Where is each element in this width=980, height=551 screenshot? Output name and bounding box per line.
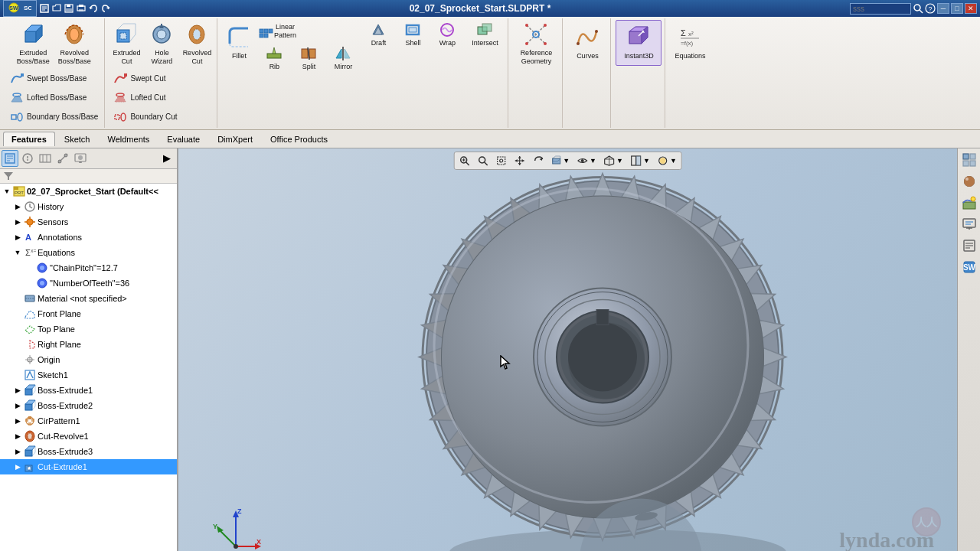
hole-wizard-button[interactable]: HoleWizard <box>145 20 178 68</box>
dim-xpert-manager-tab[interactable] <box>54 150 71 167</box>
svg-text:?: ? <box>928 5 932 13</box>
tree-root-item[interactable]: ▼ PRT 02_07_Sprocket_Start (Default<< <box>0 184 177 199</box>
boss-extrude3-expander[interactable]: ▶ <box>12 446 23 457</box>
configuration-manager-tab[interactable] <box>37 150 54 167</box>
chainpitch-expander <box>24 262 35 273</box>
custom-properties-button[interactable] <box>959 236 979 256</box>
split-button[interactable]: Split <box>292 44 325 73</box>
root-expander[interactable]: ▼ <box>2 186 12 197</box>
tree-annotations[interactable]: ▶ A Annotations <box>0 230 177 245</box>
sensors-expander[interactable]: ▶ <box>12 217 23 227</box>
revolved-cut-button[interactable]: RevolvedCut <box>180 20 214 68</box>
boss-extrude2-expander[interactable]: ▶ <box>12 400 23 411</box>
tab-features[interactable]: Features <box>3 132 55 146</box>
lofted-boss-button[interactable]: Lofted Boss/Base <box>6 89 101 107</box>
appearances-button[interactable] <box>959 171 979 191</box>
mirror-button[interactable]: Mirror <box>326 44 360 73</box>
shell-button[interactable]: Shell <box>396 20 430 50</box>
feature-manager-tab[interactable] <box>2 150 18 167</box>
save-icon[interactable] <box>64 4 74 13</box>
tree-numberofteeth[interactable]: "NumberOfTeeth"=36 <box>0 276 177 291</box>
equations-group: Σ x² =f(x) Equations <box>667 18 713 128</box>
tab-sketch[interactable]: Sketch <box>56 132 99 146</box>
tree-sensors[interactable]: ▶ Sensors <box>0 214 177 230</box>
sensors-label: Sensors <box>38 217 68 227</box>
fillet-button[interactable]: Fillet <box>222 20 256 66</box>
viewport[interactable]: ▼ ▼ ▼ ▼ ▼ <box>178 148 957 551</box>
tree-top-plane[interactable]: Top Plane <box>0 321 177 337</box>
solidworks-resources-button[interactable]: SW <box>959 257 979 277</box>
cirpattern1-expander[interactable]: ▶ <box>12 416 23 426</box>
open-icon[interactable] <box>52 4 61 13</box>
draft-button[interactable]: Draft <box>361 20 395 50</box>
annotations-expander[interactable]: ▶ <box>12 232 23 243</box>
split-icon <box>301 46 316 61</box>
reference-geometry-button[interactable]: ReferenceGeometry <box>513 20 559 68</box>
tree-chainpitch[interactable]: "ChainPitch"=12.7 <box>0 260 177 276</box>
swept-cut-button[interactable]: Swept Cut <box>109 70 214 88</box>
tree-cut-extrude1[interactable]: ▶ Cut-Extrude1 <box>0 459 177 474</box>
tree-history[interactable]: ▶ History <box>0 199 177 214</box>
new-icon[interactable] <box>40 4 49 13</box>
lofted-cut-button[interactable]: Lofted Cut <box>109 89 214 107</box>
redo-icon[interactable] <box>101 4 110 13</box>
linear-pattern-button[interactable]: LinearPattern <box>257 20 297 43</box>
intersect-button[interactable]: Intersect <box>465 20 505 50</box>
lofted-cut-icon <box>113 90 128 106</box>
equations-button[interactable]: Σ x² =f(x) Equations <box>670 20 710 66</box>
tab-dimxpert[interactable]: DimXpert <box>209 132 261 146</box>
svg-text:SW: SW <box>9 5 18 11</box>
equations-expander[interactable]: ▼ <box>12 247 23 258</box>
svg-rect-41 <box>115 115 119 119</box>
front-plane-icon <box>23 307 37 321</box>
svg-marker-118 <box>25 311 34 318</box>
revolved-boss-button[interactable]: RevolvedBoss/Base <box>54 20 94 68</box>
swept-boss-button[interactable]: Swept Boss/Base <box>6 70 101 88</box>
tab-office-products[interactable]: Office Products <box>262 132 336 146</box>
instant3d-button[interactable]: Instant3D <box>616 20 662 66</box>
tree-origin[interactable]: Origin <box>0 352 177 367</box>
cut-extrude1-expander[interactable]: ▶ <box>12 461 23 472</box>
tree-right-plane[interactable]: Right Plane <box>0 337 177 352</box>
property-manager-tab[interactable] <box>19 150 36 167</box>
curves-button[interactable]: Curves <box>567 20 607 66</box>
display-manager-button[interactable] <box>959 214 979 234</box>
view-palette-button[interactable] <box>959 150 979 170</box>
tree-front-plane[interactable]: Front Plane <box>0 306 177 321</box>
cut-revolve1-expander[interactable]: ▶ <box>12 431 23 442</box>
tree-arrow-right[interactable]: ▶ <box>158 150 175 167</box>
tree-content[interactable]: ▼ PRT 02_07_Sprocket_Start (Default<< ▶ … <box>0 184 177 551</box>
extruded-boss-button[interactable]: Extruded Boss/Base <box>13 20 53 68</box>
tree-boss-extrude1[interactable]: ▶ Boss-Extrude1 <box>0 383 177 398</box>
minimize-button[interactable]: ─ <box>937 3 949 14</box>
tree-cut-revolve1[interactable]: ▶ Cut-Revolve1 <box>0 429 177 444</box>
print-icon[interactable] <box>77 4 86 13</box>
display-manager-tab[interactable] <box>72 150 89 167</box>
search-icon[interactable] <box>913 3 923 14</box>
scene-button[interactable] <box>959 193 979 213</box>
tree-material[interactable]: Material <not specified> <box>0 291 177 306</box>
boundary-cut-button[interactable]: Boundary Cut <box>109 108 214 126</box>
tree-cirpattern1[interactable]: ▶ CirPattern1 <box>0 413 177 429</box>
tree-equations[interactable]: ▼ Σx= Equations <box>0 245 177 260</box>
tab-weldments[interactable]: Weldments <box>100 132 158 146</box>
search-input[interactable] <box>850 3 911 15</box>
svg-text:Y: Y <box>213 523 217 530</box>
undo-icon[interactable] <box>89 4 98 13</box>
tree-boss-extrude2[interactable]: ▶ Boss-Extrude2 <box>0 398 177 413</box>
close-button[interactable]: ✕ <box>965 3 977 14</box>
equations-tree-label: Equations <box>38 248 75 257</box>
tree-boss-extrude3[interactable]: ▶ Boss-Extrude3 <box>0 444 177 459</box>
svg-point-27 <box>18 113 22 121</box>
history-expander[interactable]: ▶ <box>12 201 23 212</box>
svg-point-216 <box>568 322 637 391</box>
help-icon[interactable]: ? <box>925 3 936 14</box>
tab-evaluate[interactable]: Evaluate <box>158 132 208 146</box>
boundary-boss-button[interactable]: Boundary Boss/Base <box>6 108 101 126</box>
restore-button[interactable]: □ <box>951 3 963 14</box>
rib-button[interactable]: Rib <box>257 44 291 73</box>
extruded-cut-button[interactable]: ExtrudedCut <box>109 20 143 68</box>
tree-sketch1[interactable]: Sketch1 <box>0 367 177 383</box>
wrap-button[interactable]: Wrap <box>430 20 464 50</box>
boss-extrude1-expander[interactable]: ▶ <box>12 385 23 396</box>
